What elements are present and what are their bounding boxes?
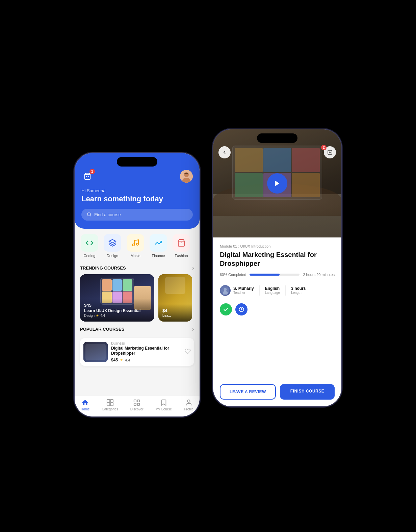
search-bar[interactable]: Find a course [81,209,193,221]
popular-card-1-thumb [83,342,108,362]
nav-home[interactable]: Home [81,399,90,411]
design-label: Design [107,254,118,258]
svg-rect-8 [110,399,113,402]
bottom-nav-1: Home Categories Discover [75,395,200,416]
instructor-info: S. Muharly Teacher [220,285,254,296]
svg-rect-13 [134,403,136,405]
module-chip-completed[interactable] [220,303,232,315]
leave-review-button[interactable]: LEAVE A REVIEW [220,384,276,400]
trending-card-2-title: Lea... [162,314,188,318]
trending-scroll: $45 Learn UI/UX Design Essential Design … [75,274,200,322]
popular-section-header: POPULAR COURSES › [75,322,200,335]
category-finance[interactable]: Finance [149,234,168,258]
trending-card-2[interactable]: $4 Lea... [158,274,192,322]
category-fashion[interactable]: Fashion [172,234,191,258]
instructor-avatar [220,285,231,296]
popular-card-1-price: $45 [111,358,118,362]
trending-card-1[interactable]: $45 Learn UI/UX Design Essential Design … [80,274,154,322]
phone1-screen: 2 Hi Sameeha, Learn something today [75,153,200,416]
categories-section: Coding Design Musi [75,229,200,260]
play-button[interactable] [267,173,287,194]
trending-card-2-overlay: $4 Lea... [158,304,192,322]
category-design[interactable]: Design [103,234,122,258]
svg-rect-12 [137,400,139,402]
trending-card-1-price: $45 [84,303,150,308]
trending-card-1-title: Learn UI/UX Design Essential [84,308,150,313]
popular-see-all[interactable]: › [192,326,194,333]
module-label: Module 01 : UI/UX Introduction [220,244,335,248]
video-section: 2 [213,129,341,237]
greeting-large: Learn something today [81,195,193,203]
instructor-name: S. Muharly [233,286,254,291]
svg-marker-17 [275,180,280,186]
course-detail: Module 01 : UI/UX Introduction Digital M… [213,237,341,380]
popular-title: POPULAR COURSES [80,327,124,332]
progress-bar-fill [250,274,280,276]
finance-label: Finance [152,254,165,258]
language-block: English Language [265,286,280,295]
nav-categories-label: Categories [102,407,118,411]
music-label: Music [131,254,140,258]
divider-1 [259,285,260,296]
nav-categories[interactable]: Categories [102,399,118,411]
popular-card-1[interactable]: Business Digital Marketing Essential for… [80,338,194,366]
star-icon-popular: ★ [120,358,123,362]
star-icon-1: ★ [96,314,99,318]
category-coding[interactable]: Coding [80,234,99,258]
modules-row [220,300,335,319]
finance-icon [150,234,167,252]
instructor-name-block: S. Muharly Teacher [233,286,254,295]
notch [117,157,157,167]
action-buttons: LEAVE A REVIEW FINISH COURSE [213,380,341,406]
notch-2 [257,133,297,143]
trending-section-header: TRENDING COURSES › [75,260,200,274]
popular-card-1-rating: 4.4 [125,358,130,362]
wishlist-button[interactable] [185,348,191,356]
progress-text: 60% Completed [220,273,246,277]
length-value: 3 hours [291,286,306,291]
design-icon [104,234,121,252]
length-block: 3 hours Length [291,286,306,295]
progress-bar [250,274,300,276]
language-value: English [265,286,280,291]
trending-card-1-rating: 4.4 [100,314,105,318]
phone-1: 2 Hi Sameeha, Learn something today [75,153,200,416]
nav-discover[interactable]: Discover [130,399,144,411]
trending-card-1-category: Design [84,314,95,318]
back-button[interactable] [218,146,231,158]
coding-icon [81,234,98,252]
instructor-role: Teacher [233,291,254,295]
cart-badge: 2 [89,169,95,174]
nav-my-course[interactable]: My Course [155,399,172,411]
search-placeholder: Find a course [94,212,121,217]
svg-rect-14 [137,403,139,405]
trending-card-1-overlay: $45 Learn UI/UX Design Essential Design … [80,299,154,322]
cart-icon-wrapper[interactable]: 2 [81,170,94,182]
svg-rect-10 [110,403,113,405]
trending-title: TRENDING COURSES [80,265,126,271]
popular-card-1-meta: $45 ★ 4.4 [111,358,181,362]
progress-row: 60% Completed 2 hours 20 minutes [220,273,335,277]
finish-course-button[interactable]: FINISH COURSE [280,384,335,400]
phone2-screen: 2 Module 01 : UI/UX Introduction Digital… [213,129,341,406]
svg-point-19 [224,288,227,291]
nav-profile-label: Profile [184,407,193,411]
svg-rect-9 [107,403,109,405]
nav-my-course-label: My Course [155,407,172,411]
module-chip-inprogress[interactable] [235,303,248,315]
greeting-small: Hi Sameeha, [81,188,193,193]
category-music[interactable]: Music [126,234,145,258]
video-badge: 2 [321,145,327,150]
svg-point-5 [132,244,134,246]
phone-2: 2 Module 01 : UI/UX Introduction Digital… [213,129,341,406]
trending-card-1-meta: Design ★ 4.4 [84,314,150,318]
avatar[interactable] [180,170,193,183]
popular-card-1-category: Business [111,341,181,345]
nav-profile[interactable]: Profile [184,399,193,411]
nav-discover-label: Discover [130,407,144,411]
trending-see-all[interactable]: › [192,264,194,272]
svg-rect-11 [134,400,136,402]
coding-label: Coding [84,254,96,258]
music-icon [127,234,144,252]
popular-card-1-info: Business Digital Marketing Essential for… [111,341,181,362]
